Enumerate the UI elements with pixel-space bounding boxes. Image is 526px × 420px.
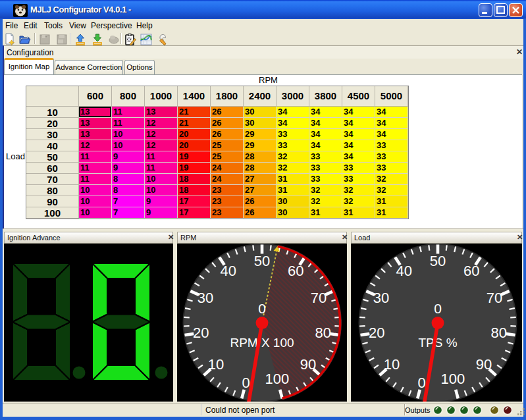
svg-text:40: 40	[396, 263, 412, 279]
svg-text:30: 30	[373, 290, 389, 306]
svg-text:0: 0	[258, 301, 266, 316]
svg-text:0: 0	[418, 375, 426, 391]
svg-text:20: 20	[193, 325, 209, 341]
svg-text:0: 0	[434, 301, 442, 316]
svg-text:100: 100	[265, 371, 289, 387]
svg-text:90: 90	[476, 356, 492, 373]
svg-text:RPM X 100: RPM X 100	[230, 336, 294, 350]
svg-text:80: 80	[491, 325, 507, 341]
svg-text:10: 10	[384, 356, 400, 373]
svg-text:60: 60	[288, 263, 303, 279]
svg-text:10: 10	[208, 356, 224, 373]
svg-text:TPS %: TPS %	[418, 336, 457, 350]
svg-text:70: 70	[311, 290, 327, 306]
svg-text:70: 70	[487, 290, 502, 306]
svg-text:90: 90	[300, 356, 316, 373]
svg-text:30: 30	[197, 290, 213, 306]
svg-text:20: 20	[369, 325, 384, 341]
svg-text:60: 60	[463, 263, 479, 279]
svg-text:100: 100	[440, 371, 465, 387]
svg-text:50: 50	[430, 253, 446, 269]
svg-text:40: 40	[221, 263, 236, 279]
svg-text:80: 80	[315, 325, 331, 341]
svg-text:0: 0	[242, 375, 250, 391]
svg-text:50: 50	[254, 253, 270, 269]
